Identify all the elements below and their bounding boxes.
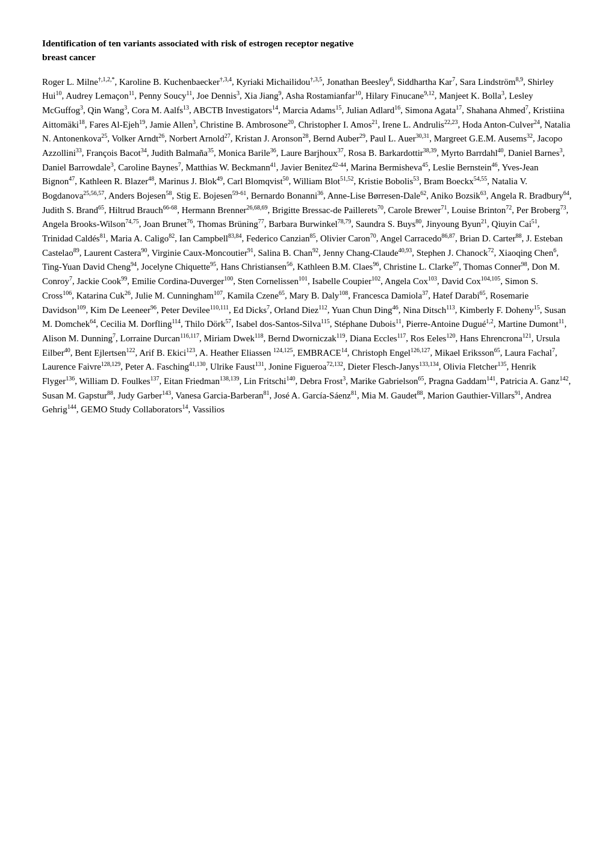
article-title: Identification of ten variants associate…: [42, 36, 572, 64]
page-container: Identification of ten variants associate…: [42, 36, 572, 417]
authors-section: Roger L. Milne†,1,2,*, Karoline B. Kuche…: [42, 75, 572, 418]
